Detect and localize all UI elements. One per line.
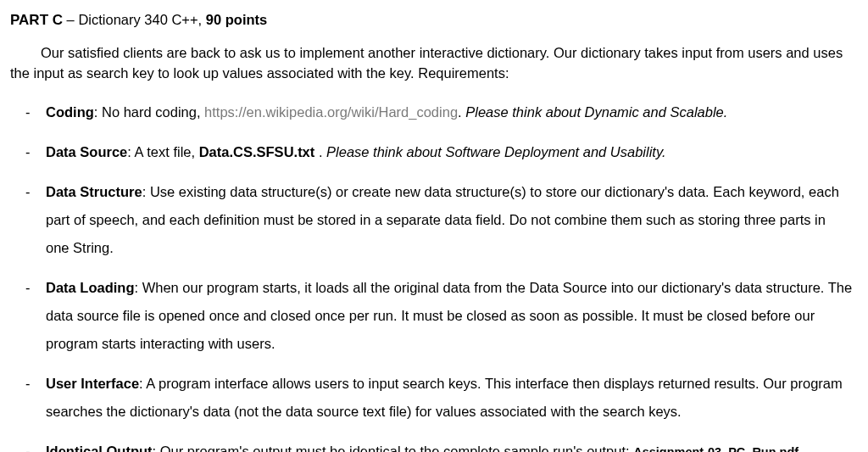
- requirements-list: Coding: No hard coding, https://en.wikip…: [10, 98, 853, 452]
- req-text-pre: No hard coding,: [102, 104, 204, 120]
- req-item-coding: Coding: No hard coding, https://en.wikip…: [25, 98, 853, 126]
- req-text: Use existing data structure(s) or create…: [46, 184, 839, 255]
- req-text: A program interface allows users to inpu…: [46, 376, 843, 419]
- req-italic: Please think about Dynamic and Scalable.: [465, 104, 727, 120]
- req-label: Coding: [46, 104, 94, 120]
- req-label: User Interface: [46, 376, 139, 391]
- req-label: Data Structure: [46, 184, 142, 199]
- req-sep: :: [135, 280, 142, 295]
- req-text: When our program starts, it loads all th…: [46, 280, 852, 351]
- req-text-post-file: .: [314, 144, 326, 159]
- req-label: Data Loading: [46, 280, 135, 295]
- req-italic: Please think about Software Deployment a…: [326, 144, 666, 159]
- req-label: Data Source: [46, 144, 127, 159]
- req-text-post-link: .: [458, 104, 465, 120]
- heading-points: 90 points: [206, 12, 267, 27]
- req-sep: :: [153, 444, 160, 452]
- heading-course: Dictionary 340 C++,: [78, 12, 205, 27]
- req-sep: :: [94, 104, 102, 120]
- req-sep: :: [142, 184, 150, 199]
- hard-coding-link[interactable]: https://en.wikipedia.org/wiki/Hard_codin…: [204, 104, 458, 120]
- req-text: Our program's output must be identical t…: [160, 444, 633, 452]
- part-label: PART C: [10, 12, 63, 28]
- section-heading: PART C – Dictionary 340 C++, 90 points: [10, 10, 853, 31]
- output-file-name: Assignment-03_PC_Run.pdf: [633, 445, 798, 452]
- req-sep: :: [127, 144, 134, 159]
- heading-dash: –: [63, 12, 78, 27]
- data-file-name: Data.CS.SFSU.txt: [199, 144, 315, 159]
- req-item-datastructure: Data Structure: Use existing data struct…: [25, 178, 853, 262]
- req-item-identical: Identical Output: Our program's output m…: [25, 438, 853, 452]
- req-text-pre: A text file,: [135, 144, 199, 159]
- intro-paragraph: Our satisfied clients are back to ask us…: [10, 43, 853, 84]
- req-item-ui: User Interface: A program interface allo…: [25, 370, 853, 426]
- intro-text: Our satisfied clients are back to ask us…: [10, 43, 853, 84]
- req-item-datasource: Data Source: A text file, Data.CS.SFSU.t…: [25, 138, 853, 166]
- req-label: Identical Output: [46, 444, 153, 452]
- req-item-dataloading: Data Loading: When our program starts, i…: [25, 274, 853, 358]
